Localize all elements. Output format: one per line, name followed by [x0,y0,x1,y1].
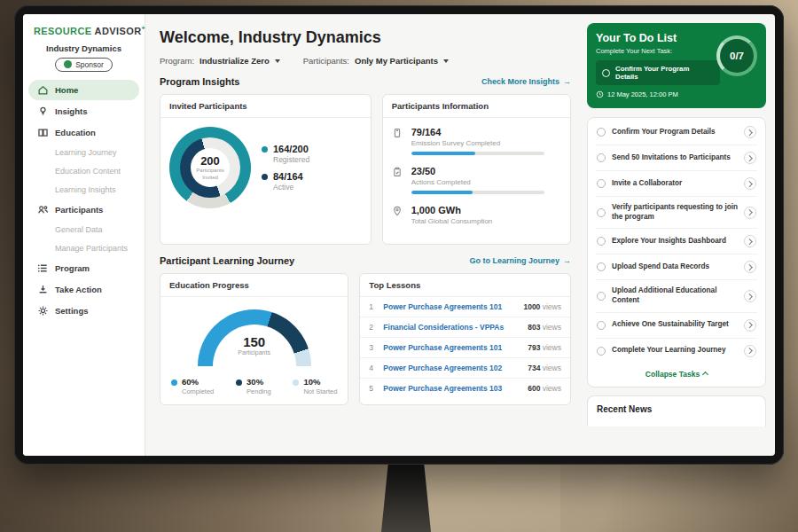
task-row[interactable]: Invite a Collaborator [596,171,757,197]
task-checkbox[interactable] [597,179,606,188]
task-checkbox[interactable] [597,153,606,162]
task-row[interactable]: Send 50 Invitations to Participants [596,145,757,171]
sidebar-item-home[interactable]: Home [28,80,139,100]
program-select[interactable]: Industrialize Zero [200,56,280,66]
task-row[interactable]: Upload Additional Educational Content [596,280,757,312]
nav-label: Insights [55,106,87,116]
task-row[interactable]: Verify participants requesting to join t… [596,197,757,229]
task-checkbox[interactable] [597,128,606,137]
lightbulb-icon [37,106,49,117]
task-row[interactable]: Explore Your Insights Dashboard [596,229,757,254]
monitor-bezel: RESOURCE ADVISOR+ Industry Dynamics Spon… [14,5,784,465]
participants-select-value: Only My Participants [355,56,438,66]
chevron-right-icon[interactable] [744,126,756,138]
lesson-row[interactable]: 4 Power Purchase Agreements 102 734 view… [360,358,570,379]
sidebar-item-settings[interactable]: Settings [28,301,139,321]
invited-participants-card-title: Invited Participants [160,95,371,118]
next-task-pill[interactable]: Confirm Your Program Details [596,60,720,85]
task-checkbox[interactable] [597,321,606,330]
nav-label: Take Action [55,285,102,294]
book-icon [37,127,49,138]
sidebar-item-education[interactable]: Education [28,122,139,143]
task-row[interactable]: Achieve One Sustainability Target [596,313,757,339]
nav-label: Learning Journey [55,148,117,157]
chevron-down-icon [443,59,449,63]
list-icon [37,262,49,274]
legend-item-completed: 60% Completed [171,377,214,395]
sidebar-item-take-action[interactable]: Take Action [28,279,139,300]
collapse-tasks-button[interactable]: Collapse Tasks [596,364,757,382]
invited-count-label: Participants Invited [193,168,227,180]
arrow-right-icon: → [563,77,571,86]
todo-datetime: 12 May 2025, 12:00 PM [596,90,757,98]
pending-dot-icon [236,379,242,386]
chevron-right-icon[interactable] [744,290,756,302]
emission-survey-progressbar [411,152,544,155]
download-action-icon [37,284,49,295]
logo-advisor: ADVISOR [95,26,142,36]
clipboard-check-icon [392,167,403,177]
learning-journey-header: Participant Learning Journey Go to Learn… [160,255,571,266]
lesson-link[interactable]: Power Purchase Agreements 103 [383,384,520,393]
nav-label: Education Content [55,167,121,176]
program-filter-label: Program: [160,56,194,66]
task-row[interactable]: Complete Your Learning Journey [596,339,757,364]
sidebar-item-learning-insights[interactable]: Learning Insights [28,181,139,199]
chevron-right-icon[interactable] [744,261,756,273]
participants-information-card-title: Participants Information [383,95,570,118]
todo-card: Your To Do List Complete Your Next Task:… [587,23,766,108]
lesson-link[interactable]: Power Purchase Agreements 101 [383,302,516,311]
sponsor-badge[interactable]: Sponsor [55,58,113,72]
sponsor-icon [64,60,72,68]
lesson-link[interactable]: Financial Considerations - VPPAs [383,323,520,332]
chevron-right-icon[interactable] [744,207,756,219]
task-row[interactable]: Confirm Your Program Details [596,120,757,145]
logo-resource: RESOURCE [34,26,92,36]
sidebar-item-insights[interactable]: Insights [28,101,139,121]
nav-label: Home [55,85,78,95]
chevron-right-icon[interactable] [744,177,756,190]
chevron-right-icon[interactable] [744,152,756,164]
nav-label: Learning Insights [55,185,116,194]
task-checkbox[interactable] [602,69,610,77]
lesson-row[interactable]: 5 Power Purchase Agreements 103 600 view… [360,379,570,398]
task-checkbox[interactable] [597,237,606,246]
task-row[interactable]: Upload Spend Data Records [596,254,757,280]
learning-journey-title: Participant Learning Journey [160,255,294,266]
app-logo: RESOURCE ADVISOR+ [23,23,145,42]
sidebar-item-participants[interactable]: Participants [28,200,139,220]
sidebar-item-learning-journey[interactable]: Learning Journey [28,144,139,161]
check-more-insights-link[interactable]: Check More Insights → [481,77,571,86]
sidebar-item-general-data[interactable]: General Data [28,221,139,239]
invited-legend: 164/200 Registered 84/164 Active [262,137,309,199]
invited-participants-donut-center: 200 Participants Invited [191,148,230,187]
arrow-right-icon: → [563,256,571,265]
sidebar-item-manage-participants[interactable]: Manage Participants [28,239,139,257]
sidebar-item-program[interactable]: Program [28,258,139,278]
chevron-right-icon[interactable] [744,235,756,247]
task-checkbox[interactable] [597,262,606,271]
lesson-link[interactable]: Power Purchase Agreements 102 [383,364,520,372]
top-lessons-card-title: Top Lessons [360,274,570,297]
task-checkbox[interactable] [597,292,606,301]
actions-completed-row: 23/50 Actions Completed [392,160,561,200]
lesson-row[interactable]: 2 Financial Considerations - VPPAs 803 v… [360,317,570,338]
active-dot-icon [262,174,268,180]
participants-select[interactable]: Only My Participants [355,56,449,66]
nav-label: Program [55,263,90,273]
task-checkbox[interactable] [597,208,606,217]
chevron-down-icon [275,59,280,63]
program-select-value: Industrialize Zero [200,56,270,66]
chevron-right-icon[interactable] [744,345,756,357]
participants-information-card: Participants Information 79/164 Emission… [382,94,571,245]
sidebar-item-education-content[interactable]: Education Content [28,162,139,180]
lesson-row[interactable]: 1 Power Purchase Agreements 101 1000 vie… [360,297,570,317]
org-name: Industry Dynamics [23,43,145,53]
go-to-learning-journey-link[interactable]: Go to Learning Journey → [469,256,571,265]
chevron-right-icon[interactable] [744,319,756,332]
lesson-link[interactable]: Power Purchase Agreements 101 [383,343,520,352]
invited-participants-donut: 200 Participants Invited [169,127,251,208]
lesson-row[interactable]: 3 Power Purchase Agreements 101 793 view… [360,338,570,358]
task-checkbox[interactable] [597,347,606,356]
legend-item-pending: 30% Pending [236,377,271,395]
